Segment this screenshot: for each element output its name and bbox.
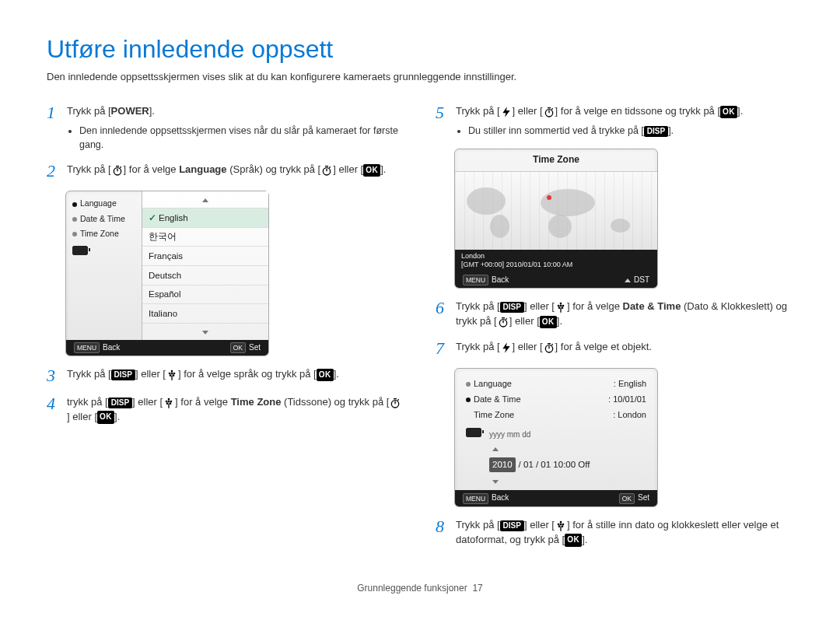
page-intro: Den innledende oppsettsskjermen vises sl… bbox=[47, 70, 793, 85]
step-text: ] eller [ bbox=[509, 315, 540, 327]
flower-icon bbox=[555, 301, 567, 313]
step-text: ]. bbox=[114, 411, 120, 422]
step-text: ]. bbox=[557, 315, 562, 327]
flower-icon bbox=[163, 397, 175, 409]
step-text: ] for å velge bbox=[567, 300, 623, 312]
step-number: 5 bbox=[436, 104, 450, 121]
battery-icon bbox=[466, 428, 481, 437]
side-item-datetime: Date & Time bbox=[72, 212, 138, 226]
ok-icon: OK bbox=[540, 316, 557, 329]
step-text: ] eller [ bbox=[524, 519, 555, 531]
step-7: 7 Trykk på [] eller [] for å velge et ob… bbox=[436, 340, 793, 357]
page-title: Utføre innledende oppsett bbox=[47, 31, 793, 67]
row-timezone: Time Zone: London bbox=[466, 408, 646, 423]
timer-icon bbox=[497, 316, 509, 328]
ok-badge: OK bbox=[619, 493, 635, 504]
step-4: 4 trykk på [DISP] eller [] for å velge T… bbox=[47, 395, 404, 425]
disp-icon: DISP bbox=[644, 126, 668, 137]
step-number: 7 bbox=[436, 340, 450, 357]
datetime-label: Date & Time bbox=[623, 300, 681, 312]
step-8: 8 Trykk på [DISP] eller [] for å stille … bbox=[436, 518, 793, 548]
chevron-up-icon bbox=[202, 198, 208, 202]
step-text: ] for å velge språk og trykk på [ bbox=[178, 368, 317, 380]
flash-icon bbox=[500, 342, 513, 354]
footer-set: Set bbox=[249, 342, 261, 354]
lang-option-german: Deutsch bbox=[142, 266, 268, 285]
step-text: ] eller [ bbox=[333, 163, 363, 175]
ok-icon: OK bbox=[363, 164, 380, 177]
step-2: 2 Trykk på [] for å velge Language (Språ… bbox=[47, 163, 404, 180]
disp-icon: DISP bbox=[500, 520, 524, 531]
step-text: Trykk på [ bbox=[456, 300, 500, 312]
step-text: ] for å velge bbox=[124, 163, 180, 175]
menu-badge: MENU bbox=[463, 493, 488, 504]
side-item-language: Language bbox=[72, 196, 138, 211]
step-number: 2 bbox=[47, 163, 61, 180]
step-text: ] eller [ bbox=[132, 396, 163, 408]
lang-option-spanish: Español bbox=[142, 285, 268, 305]
chevron-down-icon bbox=[492, 480, 499, 484]
step-text: Trykk på [ bbox=[67, 368, 111, 380]
step-text: ] eller [ bbox=[513, 105, 543, 117]
step-number: 1 bbox=[47, 104, 61, 121]
step-number: 8 bbox=[436, 518, 450, 535]
step-1: 1 Trykk på [POWER]. Den innledende oppse… bbox=[47, 104, 404, 152]
disp-icon: DISP bbox=[108, 398, 132, 408]
step-text: Trykk på [ bbox=[67, 105, 111, 117]
timer-icon bbox=[543, 342, 555, 354]
flower-icon bbox=[555, 520, 567, 532]
ok-icon: OK bbox=[97, 411, 114, 424]
timer-icon bbox=[111, 164, 124, 177]
step-text: ]. bbox=[582, 534, 587, 545]
timer-icon bbox=[389, 397, 401, 409]
chevron-down-icon bbox=[202, 331, 208, 335]
menu-badge: MENU bbox=[463, 275, 488, 285]
footer-set: Set bbox=[638, 492, 649, 504]
battery-icon bbox=[72, 246, 88, 255]
step-text: (Språk) og trykk på [ bbox=[227, 163, 321, 175]
footer-back: Back bbox=[492, 275, 509, 286]
step-6: 6 Trykk på [DISP] eller [] for å velge D… bbox=[436, 299, 793, 329]
footer-dst: DST bbox=[634, 275, 649, 286]
step-number: 4 bbox=[47, 395, 61, 412]
flash-icon bbox=[500, 106, 513, 118]
step-text: ] for å velge en tidssone og trykk på [ bbox=[555, 105, 720, 117]
date-value-row: 2010 / 01 / 01 10:00 Off bbox=[489, 455, 646, 475]
step-text: trykk på [ bbox=[67, 396, 108, 408]
step-3: 3 Trykk på [DISP] eller [] for å velge s… bbox=[47, 367, 404, 384]
lang-option-english: ✓English bbox=[142, 208, 268, 228]
step-text: Trykk på [ bbox=[456, 519, 500, 531]
datetime-screenshot: Language: English Date & Time: 10/01/01 … bbox=[454, 368, 658, 507]
step-bullet: Du stiller inn sommertid ved å trykke på… bbox=[468, 124, 793, 138]
lang-option-korean: 한국어 bbox=[142, 228, 268, 247]
step-number: 6 bbox=[436, 299, 450, 317]
step-text: ] eller [ bbox=[67, 411, 97, 422]
disp-icon: DISP bbox=[111, 370, 135, 380]
step-text: (Tidssone) og trykk på [ bbox=[281, 396, 389, 408]
step-text: ]. bbox=[334, 368, 339, 380]
step-text: ] for å velge et objekt. bbox=[555, 341, 652, 352]
footer-back: Back bbox=[103, 342, 120, 354]
timezone-label: Time Zone bbox=[231, 396, 282, 408]
ok-icon: OK bbox=[565, 534, 582, 547]
step-text: ] for å velge bbox=[175, 396, 231, 408]
chevron-up-icon bbox=[492, 447, 499, 451]
footer-back: Back bbox=[492, 492, 509, 504]
row-datetime: Date & Time: 10/01/01 bbox=[466, 392, 646, 408]
step-text: ] eller [ bbox=[524, 300, 555, 312]
step-text: ]. bbox=[737, 105, 743, 117]
ok-badge: OK bbox=[230, 342, 246, 353]
step-number: 3 bbox=[47, 367, 61, 384]
step-bullet: Den innledende oppsettsskjermen vises nå… bbox=[79, 124, 404, 152]
up-arrow-icon bbox=[625, 278, 631, 282]
menu-badge: MENU bbox=[74, 342, 100, 353]
power-label: POWER bbox=[111, 105, 149, 117]
ok-icon: OK bbox=[720, 106, 737, 119]
step-text: ] eller [ bbox=[513, 341, 543, 352]
tz-gmt: [GMT +00:00] 2010/01/01 10:00 AM bbox=[461, 261, 651, 270]
page-footer: Grunnleggende funksjoner 17 bbox=[47, 582, 793, 595]
language-label: Language bbox=[179, 163, 226, 175]
step-5: 5 Trykk på [] eller [] for å velge en ti… bbox=[436, 104, 793, 138]
flower-icon bbox=[166, 369, 178, 381]
lang-option-italian: Italiano bbox=[142, 304, 268, 324]
